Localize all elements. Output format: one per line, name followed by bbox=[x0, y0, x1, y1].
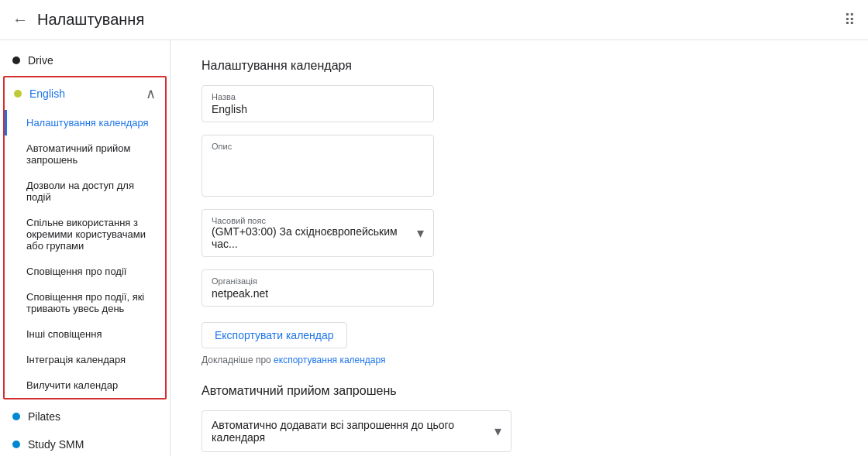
org-field[interactable]: Організація netpeak.net bbox=[202, 269, 434, 307]
section1-title: Налаштування календаря bbox=[202, 59, 837, 73]
sidebar-subitem-3[interactable]: Спільне використання з окремими користув… bbox=[5, 210, 165, 259]
export-help-text: Докладніше про експортування календаря bbox=[202, 355, 837, 365]
timezone-value: (GMT+03:00) За східноєвропейським час... bbox=[212, 225, 417, 250]
sidebar-subitem-label-8: Вилучити календар bbox=[26, 379, 118, 391]
sidebar-subitem-label-2: Дозволи на доступ для подій bbox=[26, 180, 153, 203]
sidebar-subitem-label-5: Сповіщення про події, які тривають увесь… bbox=[26, 291, 153, 314]
sidebar-subitem-label-0: Налаштування календаря bbox=[26, 117, 149, 129]
timezone-select[interactable]: Часовий пояс (GMT+03:00) За східноєвропе… bbox=[202, 209, 434, 257]
auto-accept-dropdown[interactable]: Автоматично додавати всі запрошення до ц… bbox=[202, 410, 512, 452]
description-label: Опис bbox=[212, 142, 424, 151]
sidebar: Drive English ∧ Налаштування календаря А… bbox=[0, 40, 170, 456]
name-field-group: Назва English bbox=[202, 85, 837, 122]
timezone-label: Часовий пояс bbox=[212, 216, 417, 225]
org-field-group: Організація netpeak.net bbox=[202, 269, 837, 307]
timezone-field-group: Часовий пояс (GMT+03:00) За східноєвропе… bbox=[202, 209, 837, 257]
sidebar-subitem-label-1: Автоматичний прийом запрошень bbox=[26, 142, 153, 166]
study-smm-dot bbox=[12, 441, 20, 448]
name-value: English bbox=[212, 103, 424, 115]
sidebar-subitem-7[interactable]: Інтеграція календаря bbox=[5, 347, 165, 372]
pilates-dot bbox=[12, 413, 20, 420]
drive-dot bbox=[12, 57, 20, 64]
description-field[interactable]: Опис bbox=[202, 135, 434, 197]
name-field[interactable]: Назва English bbox=[202, 85, 434, 122]
sidebar-item-pilates[interactable]: Pilates bbox=[0, 403, 170, 430]
sidebar-section-english: English ∧ Налаштування календаря Автомат… bbox=[3, 76, 167, 399]
sidebar-subitem-2[interactable]: Дозволи на доступ для подій bbox=[5, 173, 165, 210]
sidebar-subitem-5[interactable]: Сповіщення про події, які тривають увесь… bbox=[5, 284, 165, 321]
sidebar-item-study-smm-label: Study SMM bbox=[28, 438, 84, 451]
sidebar-subitem-4[interactable]: Сповіщення про події bbox=[5, 259, 165, 284]
sidebar-item-drive[interactable]: Drive bbox=[0, 46, 170, 74]
export-help-prefix: Докладніше про bbox=[202, 355, 274, 365]
sidebar-subitem-1[interactable]: Автоматичний прийом запрошень bbox=[5, 135, 165, 173]
timezone-select-inner: Часовий пояс (GMT+03:00) За східноєвропе… bbox=[212, 216, 417, 250]
sidebar-subitem-label-4: Сповіщення про події bbox=[26, 266, 126, 277]
timezone-dropdown-icon: ▾ bbox=[417, 225, 424, 242]
sidebar-section-english-header[interactable]: English ∧ bbox=[5, 77, 165, 110]
sidebar-section-english-label: English bbox=[29, 87, 65, 100]
sidebar-subitem-6[interactable]: Інші сповіщення bbox=[5, 321, 165, 347]
org-value: netpeak.net bbox=[212, 287, 424, 300]
main-content: Налаштування календаря Назва English Опи… bbox=[170, 40, 868, 456]
chevron-up-icon: ∧ bbox=[146, 85, 156, 102]
english-dot bbox=[14, 90, 22, 98]
header: ← Налаштування ⠿ bbox=[0, 0, 868, 40]
auto-accept-dropdown-value: Автоматично додавати всі запрошення до ц… bbox=[212, 419, 494, 444]
description-field-group: Опис bbox=[202, 135, 837, 197]
sidebar-item-pilates-label: Pilates bbox=[28, 410, 60, 423]
page-title: Налаштування bbox=[37, 11, 844, 29]
sidebar-subitem-label-6: Інші сповіщення bbox=[26, 328, 102, 340]
auto-accept-dropdown-group: Автоматично додавати всі запрошення до ц… bbox=[202, 410, 837, 452]
back-icon: ← bbox=[12, 11, 28, 29]
sidebar-subitem-0[interactable]: Налаштування календаря bbox=[5, 110, 165, 135]
org-label: Організація bbox=[212, 276, 424, 286]
sidebar-subitem-label-7: Інтеграція календаря bbox=[26, 354, 126, 365]
export-help-link[interactable]: експортування календаря bbox=[274, 355, 385, 365]
sidebar-item-study-smm[interactable]: Study SMM bbox=[0, 430, 170, 456]
apps-icon: ⠿ bbox=[844, 12, 856, 29]
sidebar-subitem-8[interactable]: Вилучити календар bbox=[5, 372, 165, 398]
section2-title: Автоматичний прийом запрошень bbox=[202, 384, 837, 398]
auto-accept-dropdown-icon: ▾ bbox=[494, 423, 501, 440]
sidebar-item-drive-label: Drive bbox=[28, 54, 53, 67]
layout: Drive English ∧ Налаштування календаря А… bbox=[0, 40, 868, 456]
sidebar-subitem-label-3: Спільне використання з окремими користув… bbox=[26, 217, 153, 252]
name-label: Назва bbox=[212, 92, 424, 101]
export-button[interactable]: Експортувати календар bbox=[202, 322, 347, 348]
back-button[interactable]: ← bbox=[12, 11, 28, 29]
apps-button[interactable]: ⠿ bbox=[844, 11, 856, 29]
